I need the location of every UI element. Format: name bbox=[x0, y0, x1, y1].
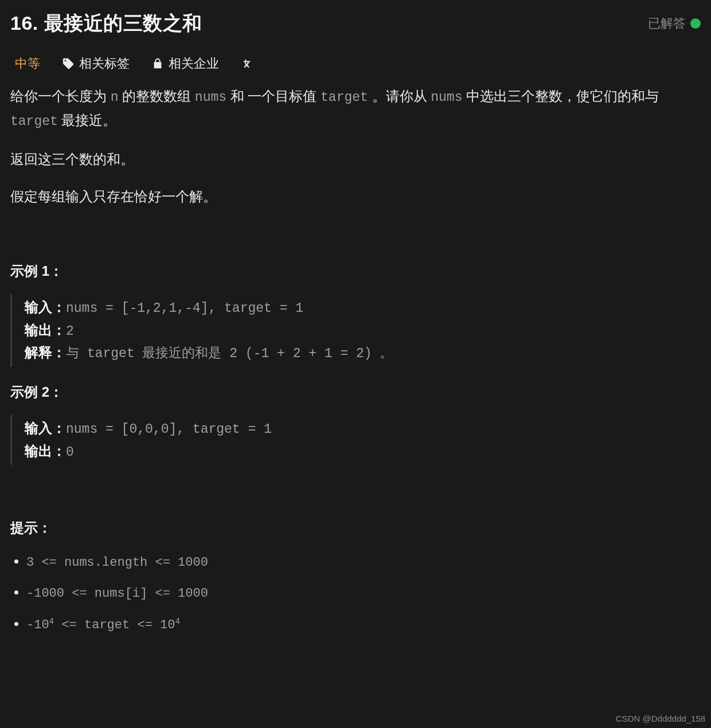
output-value: 0 bbox=[66, 445, 74, 460]
code-nums: nums bbox=[195, 90, 226, 105]
code-target: target bbox=[321, 90, 368, 105]
status-dot-icon bbox=[690, 18, 701, 29]
output-label: 输出： bbox=[25, 322, 66, 338]
constraint-2: -1000 <= nums[i] <= 1000 bbox=[26, 582, 701, 604]
example-2-output: 输出：0 bbox=[25, 440, 701, 463]
input-label: 输入： bbox=[25, 420, 66, 436]
watermark: CSDN @Ddddddd_158 bbox=[616, 714, 705, 723]
sup: 4 bbox=[175, 616, 180, 625]
description-paragraph-2: 返回这三个数的和。 bbox=[10, 148, 701, 171]
tag-icon bbox=[62, 57, 75, 70]
description-paragraph-1: 给你一个长度为 n 的整数数组 nums 和 一个目标值 target 。请你从… bbox=[10, 85, 701, 133]
text: <= target <= 10 bbox=[54, 618, 175, 632]
spacer bbox=[10, 480, 701, 503]
constraint-1: 3 <= nums.length <= 1000 bbox=[26, 551, 701, 573]
spacer bbox=[10, 223, 701, 246]
tab-tags[interactable]: 相关标签 bbox=[62, 55, 130, 72]
example-1-output: 输出：2 bbox=[25, 319, 701, 342]
problem-description: 给你一个长度为 n 的整数数组 nums 和 一个目标值 target 。请你从… bbox=[10, 85, 701, 208]
input-value: nums = [-1,2,1,-4], target = 1 bbox=[66, 301, 303, 316]
code-target-2: target bbox=[10, 114, 58, 129]
status-text: 已解答 bbox=[648, 15, 686, 32]
sup: 4 bbox=[49, 616, 54, 625]
translate-icon bbox=[241, 57, 253, 70]
tab-translation[interactable] bbox=[241, 57, 253, 70]
problem-page: 16. 最接近的三数之和 已解答 中等 相关标签 相关企业 bbox=[0, 0, 711, 728]
tabs-row: 中等 相关标签 相关企业 bbox=[10, 53, 701, 85]
example-1-input: 输入：nums = [-1,2,1,-4], target = 1 bbox=[25, 296, 701, 319]
constraints-list: 3 <= nums.length <= 1000 -1000 <= nums[i… bbox=[10, 551, 701, 635]
tab-difficulty[interactable]: 中等 bbox=[15, 55, 40, 72]
tab-companies[interactable]: 相关企业 bbox=[151, 55, 219, 72]
example-2-heading: 示例 2： bbox=[10, 383, 701, 401]
example-1: 输入：nums = [-1,2,1,-4], target = 1 输出：2 解… bbox=[10, 294, 701, 367]
tags-label: 相关标签 bbox=[79, 55, 130, 72]
output-label: 输出： bbox=[25, 443, 66, 459]
example-2-input: 输入：nums = [0,0,0], target = 1 bbox=[25, 417, 701, 440]
description-paragraph-3: 假定每组输入只存在恰好一个解。 bbox=[10, 185, 701, 208]
example-1-explain: 解释：与 target 最接近的和是 2 (-1 + 2 + 1 = 2) 。 bbox=[25, 342, 701, 365]
code-nums-2: nums bbox=[431, 90, 462, 105]
text: -10 bbox=[26, 618, 49, 632]
explain-value: 与 target 最接近的和是 2 (-1 + 2 + 1 = 2) 。 bbox=[66, 346, 393, 361]
input-label: 输入： bbox=[25, 299, 66, 315]
constraint-1-code: 3 <= nums.length <= 1000 bbox=[26, 555, 208, 570]
explain-label: 解释： bbox=[25, 345, 66, 360]
lock-icon bbox=[151, 57, 164, 70]
constraints-heading: 提示： bbox=[10, 519, 701, 537]
header-row: 16. 最接近的三数之和 已解答 bbox=[10, 10, 701, 37]
constraint-2-code: -1000 <= nums[i] <= 1000 bbox=[26, 586, 208, 601]
output-value: 2 bbox=[66, 324, 74, 339]
status-badge: 已解答 bbox=[648, 15, 701, 32]
text: 的整数数组 bbox=[118, 88, 194, 104]
example-1-heading: 示例 1： bbox=[10, 262, 701, 280]
text: 给你一个长度为 bbox=[10, 88, 111, 104]
text: 中选出三个整数，使它们的和与 bbox=[462, 88, 659, 104]
input-value: nums = [0,0,0], target = 1 bbox=[66, 422, 272, 437]
constraint-3-code: -104 <= target <= 104 bbox=[26, 618, 180, 632]
text: 最接近。 bbox=[58, 112, 117, 128]
constraint-3: -104 <= target <= 104 bbox=[26, 613, 701, 635]
code-n: n bbox=[111, 90, 119, 105]
text: 和 一个目标值 bbox=[226, 88, 321, 104]
text: 。请你从 bbox=[368, 88, 431, 104]
difficulty-label: 中等 bbox=[15, 55, 40, 72]
example-2: 输入：nums = [0,0,0], target = 1 输出：0 bbox=[10, 415, 701, 465]
companies-label: 相关企业 bbox=[169, 55, 219, 72]
problem-title: 16. 最接近的三数之和 bbox=[10, 10, 202, 37]
